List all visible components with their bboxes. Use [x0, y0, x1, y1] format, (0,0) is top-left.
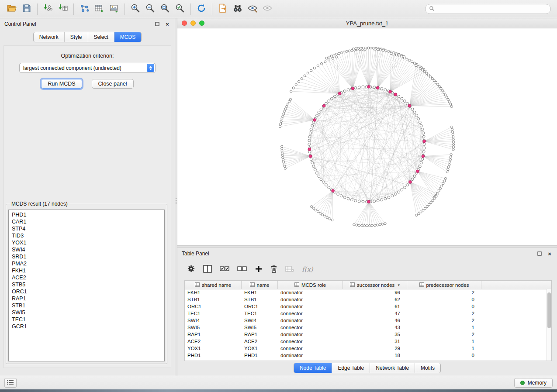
table-settings-button[interactable] [187, 265, 195, 274]
mcds-result-item[interactable]: STB5 [9, 281, 164, 288]
table-row[interactable]: FKH1FKH1dominator962 [185, 289, 547, 296]
table-row[interactable]: PHD1PHD1dominator180 [185, 352, 547, 359]
network-node[interactable] [433, 79, 435, 82]
tab-motifs[interactable]: Motifs [415, 363, 440, 373]
network-node[interactable] [357, 47, 360, 49]
network-node[interactable] [403, 186, 406, 189]
network-node[interactable] [381, 223, 384, 225]
network-node[interactable] [343, 51, 345, 53]
network-node[interactable] [298, 80, 300, 83]
table-row[interactable]: YOX1YOX1connector291 [185, 345, 547, 352]
save-button[interactable] [19, 3, 34, 16]
network-node[interactable] [288, 100, 290, 103]
network-node[interactable] [330, 55, 332, 57]
network-node[interactable] [332, 57, 334, 59]
network-node[interactable] [423, 70, 426, 72]
tab-network[interactable]: Network [34, 32, 64, 42]
network-node[interactable] [358, 86, 360, 89]
network-node[interactable] [308, 135, 311, 138]
tab-network-table[interactable]: Network Table [370, 363, 415, 373]
mcds-result-item[interactable]: STP4 [9, 225, 164, 232]
network-dominator-node[interactable] [376, 86, 379, 89]
network-node[interactable] [401, 56, 403, 58]
network-node[interactable] [419, 121, 421, 124]
network-dominator-node[interactable] [313, 118, 316, 121]
network-node[interactable] [384, 197, 387, 200]
network-node[interactable] [307, 72, 309, 74]
network-node[interactable] [450, 154, 452, 156]
network-dominator-node[interactable] [422, 155, 425, 158]
network-node[interactable] [336, 53, 338, 55]
table-row[interactable]: ACE2ACE2connector311 [185, 338, 547, 345]
mcds-result-item[interactable]: ACE2 [9, 274, 164, 281]
network-node[interactable] [322, 181, 325, 183]
network-node[interactable] [362, 47, 364, 49]
network-node[interactable] [287, 103, 289, 105]
column-header-successor_nodes[interactable]: successor nodes▾ [343, 281, 407, 289]
network-node[interactable] [436, 83, 439, 86]
tab-select[interactable]: Select [88, 32, 114, 42]
network-node[interactable] [356, 224, 358, 226]
mcds-result-item[interactable]: SWI4 [9, 246, 164, 253]
mcds-result-item[interactable]: PMA2 [9, 260, 164, 267]
network-node[interactable] [422, 135, 425, 138]
network-node[interactable] [352, 48, 354, 50]
network-node[interactable] [362, 86, 364, 88]
network-node[interactable] [394, 193, 397, 196]
network-dominator-node[interactable] [389, 90, 392, 93]
network-node[interactable] [315, 172, 318, 174]
network-node[interactable] [398, 55, 400, 57]
network-node[interactable] [318, 111, 320, 113]
network-node[interactable] [373, 200, 376, 203]
network-node[interactable] [328, 186, 330, 189]
network-node[interactable] [422, 151, 425, 153]
network-node[interactable] [437, 193, 439, 195]
network-node[interactable] [283, 113, 285, 115]
network-node[interactable] [419, 165, 421, 168]
network-node[interactable] [411, 178, 414, 181]
network-node[interactable] [406, 58, 408, 60]
network-node[interactable] [347, 197, 349, 200]
network-node[interactable] [393, 53, 395, 55]
network-node[interactable] [435, 81, 437, 83]
network-node[interactable] [422, 132, 425, 134]
mcds-result-item[interactable]: YOX1 [9, 239, 164, 246]
network-node[interactable] [363, 224, 366, 227]
network-node[interactable] [366, 224, 368, 227]
network-node[interactable] [448, 101, 450, 103]
zoom-in-button[interactable] [128, 3, 143, 16]
network-node[interactable] [324, 215, 326, 217]
table-row[interactable]: RAP1RAP1dominator352 [185, 331, 547, 338]
network-node[interactable] [452, 148, 454, 151]
network-node[interactable] [420, 162, 422, 164]
network-node[interactable] [354, 86, 357, 89]
network-node[interactable] [413, 62, 415, 64]
network-node[interactable] [406, 184, 409, 186]
network-dominator-node[interactable] [408, 104, 411, 107]
float-panel-button[interactable] [154, 21, 160, 27]
network-node[interactable] [309, 132, 311, 134]
network-node[interactable] [301, 77, 303, 79]
network-node[interactable] [308, 139, 311, 142]
network-node[interactable] [420, 124, 422, 127]
network-node[interactable] [308, 143, 311, 145]
network-node[interactable] [374, 224, 376, 227]
network-node[interactable] [313, 67, 315, 69]
network-node[interactable] [403, 100, 406, 102]
network-node[interactable] [314, 168, 316, 171]
network-node[interactable] [424, 207, 426, 210]
mcds-result-item[interactable]: TID3 [9, 232, 164, 239]
network-node[interactable] [435, 195, 437, 197]
network-node[interactable] [281, 150, 283, 152]
network-node[interactable] [295, 83, 297, 86]
network-node[interactable] [282, 158, 284, 161]
network-canvas[interactable] [177, 28, 557, 245]
network-node[interactable] [328, 56, 330, 58]
network-node[interactable] [315, 114, 318, 117]
network-dominator-node[interactable] [338, 92, 341, 95]
network-node[interactable] [391, 195, 394, 197]
column-menu-icon[interactable]: ▾ [398, 283, 400, 287]
network-node[interactable] [411, 61, 413, 63]
network-node[interactable] [324, 61, 326, 63]
mcds-result-item[interactable]: GCR1 [9, 323, 164, 330]
